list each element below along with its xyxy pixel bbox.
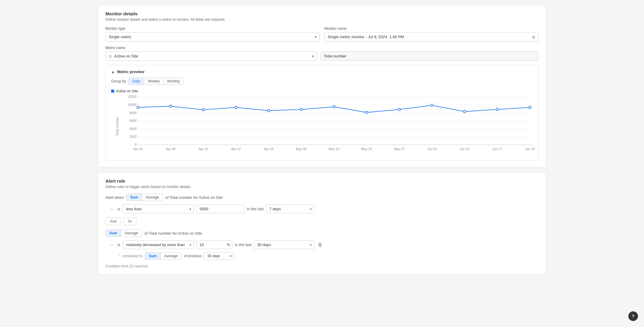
metric-preview-section: ▲ Metric preview Group by Daily Weekly M… <box>105 65 539 161</box>
svg-point-23 <box>398 108 401 111</box>
svg-text:Apr 01: Apr 01 <box>133 147 143 151</box>
condition-limit-text: Condition limit (2) reached <box>105 264 539 268</box>
group-by-label: Group by <box>111 79 126 83</box>
monitor-name-wrapper: ⊗ <box>324 32 539 42</box>
svg-point-16 <box>170 105 172 107</box>
svg-point-21 <box>333 106 335 108</box>
chart-legend: Active on Site <box>111 89 533 93</box>
alert-rule-card: Alert rule Define rules to trigger alert… <box>98 172 546 275</box>
of-previous-label: of previous <box>184 254 202 258</box>
condition-1-select-wrapper: less than greater than equal to relative… <box>123 205 194 213</box>
and-button[interactable]: And <box>105 217 121 225</box>
monitor-name-clear-button[interactable]: ⊗ <box>532 35 536 39</box>
monitor-details-title: Monitor details <box>105 11 539 16</box>
svg-text:Apr 08: Apr 08 <box>166 147 176 151</box>
delete-condition-2-button[interactable]: 🗑 <box>317 241 324 249</box>
metric-name-select-wrapper: ⊙ Active on Site <box>105 51 317 61</box>
svg-text:8000: 8000 <box>129 111 136 115</box>
metric-target-icon: ⊙ <box>108 54 112 59</box>
metric-display-input <box>320 51 539 61</box>
group-by-tab-group: Daily Weekly Monthly <box>128 78 184 85</box>
in-last-select-wrapper-2: 1 day 7 days 14 days 30 days <box>254 240 314 249</box>
and-or-row: And Or <box>105 217 539 225</box>
svg-point-18 <box>235 106 237 109</box>
svg-text:May 06: May 06 <box>296 147 307 151</box>
of-text-2: of Total number for Active on Site <box>145 231 202 236</box>
condition-2-select-wrapper: less than greater than equal to relative… <box>123 240 194 249</box>
monitor-details-card: Monitor details Define monitor details a… <box>98 5 546 167</box>
metric-preview-title: Metric preview <box>117 69 144 74</box>
svg-text:10000: 10000 <box>127 103 136 106</box>
svg-point-15 <box>137 106 139 109</box>
compared-to-label: compared to <box>123 254 143 258</box>
tab-daily[interactable]: Daily <box>129 78 144 85</box>
condition-2-block: — is less than greater than equal to rel… <box>105 240 539 260</box>
svg-text:12000: 12000 <box>127 95 136 98</box>
previous-period-select[interactable]: 7 days 14 days 30 days <box>204 252 234 260</box>
svg-text:6000: 6000 <box>129 119 136 122</box>
svg-point-25 <box>463 110 466 113</box>
previous-period-select-wrapper: 7 days 14 days 30 days <box>204 252 234 260</box>
monitor-name-label: Monitor name <box>324 26 539 31</box>
monitor-name-group: Monitor name ⊗ <box>324 26 539 42</box>
threshold-value-2-wrapper: % <box>196 240 232 249</box>
compared-to-row: └ compared to Sum Average of previous 7 … <box>105 252 539 260</box>
group-by-row: Group by Daily Weekly Monthly <box>111 78 533 85</box>
legend-label: Active on Site <box>116 89 138 93</box>
monitor-type-label: Monitor type <box>105 26 320 31</box>
svg-point-17 <box>202 109 205 111</box>
monitor-details-subtitle: Define monitor details and select a metr… <box>105 17 539 22</box>
chart-area: Total number 12000 10000 <box>111 96 533 156</box>
svg-text:Jun 10: Jun 10 <box>460 147 470 151</box>
is-label-2: is <box>117 242 120 247</box>
in-last-select-wrapper-1: 1 day 7 days 14 days 30 days <box>266 205 314 213</box>
condition-1-select[interactable]: less than greater than equal to relative… <box>123 205 194 213</box>
condition-1-row: — is less than greater than equal to rel… <box>105 205 539 213</box>
svg-point-24 <box>431 104 433 106</box>
in-last-select-1[interactable]: 1 day 7 days 14 days 30 days <box>266 205 314 213</box>
svg-text:Jun 24: Jun 24 <box>525 147 535 151</box>
metric-name-label: Metric name <box>105 46 539 50</box>
average-button-1[interactable]: Average <box>142 194 162 201</box>
alert-when-row: Alert when Sum Average of Total number f… <box>105 194 539 201</box>
threshold-value-1[interactable] <box>196 205 244 213</box>
monitor-type-select-wrapper: Single metric <box>105 32 320 42</box>
condition-2-select[interactable]: less than greater than equal to relative… <box>123 240 194 249</box>
sum-button-1[interactable]: Sum <box>127 194 142 201</box>
in-last-label-2: in the last <box>235 242 252 247</box>
tab-monthly[interactable]: Monthly <box>164 78 183 85</box>
svg-point-22 <box>365 111 368 114</box>
condition-1-block: — is less than greater than equal to rel… <box>105 205 539 213</box>
is-label-1: is <box>117 207 120 211</box>
condition-2-dash: — <box>110 243 114 247</box>
svg-point-26 <box>496 108 499 111</box>
svg-text:4000: 4000 <box>129 127 136 131</box>
svg-text:Jun 03: Jun 03 <box>427 147 437 151</box>
sum-average-pill-group-3: Sum Average <box>145 252 182 260</box>
chart-inner: 12000 10000 8000 6000 4000 2000 0 <box>123 96 533 156</box>
condition-1-dash: — <box>110 207 114 211</box>
average-button-3[interactable]: Average <box>161 253 181 259</box>
condition-2-header: Sum Average of Total number for Active o… <box>105 230 539 237</box>
metric-preview-header[interactable]: ▲ Metric preview <box>111 69 533 74</box>
sum-average-pill-group-2: Sum Average <box>105 230 142 237</box>
of-text-1: of Total number for Active on Site <box>165 195 223 200</box>
svg-point-20 <box>300 108 302 111</box>
average-button-2[interactable]: Average <box>121 230 142 236</box>
in-last-select-2[interactable]: 1 day 7 days 14 days 30 days <box>254 240 314 249</box>
sum-average-pill-group-1: Sum Average <box>126 194 163 201</box>
monitor-name-input[interactable] <box>324 32 539 42</box>
chart-svg: 12000 10000 8000 6000 4000 2000 0 <box>123 96 533 156</box>
sum-button-2[interactable]: Sum <box>106 230 121 236</box>
alert-when-label: Alert when <box>105 195 124 200</box>
monitor-type-select[interactable]: Single metric <box>105 32 320 42</box>
svg-text:2000: 2000 <box>129 135 136 138</box>
tab-weekly[interactable]: Weekly <box>144 78 164 85</box>
svg-point-19 <box>267 110 270 112</box>
sum-button-3[interactable]: Sum <box>145 253 161 259</box>
metric-name-select[interactable]: Active on Site <box>105 51 317 61</box>
svg-text:May 20: May 20 <box>361 147 372 151</box>
or-button[interactable]: Or <box>123 217 136 225</box>
svg-text:Jun 17: Jun 17 <box>492 147 502 151</box>
svg-text:May 27: May 27 <box>394 147 405 151</box>
